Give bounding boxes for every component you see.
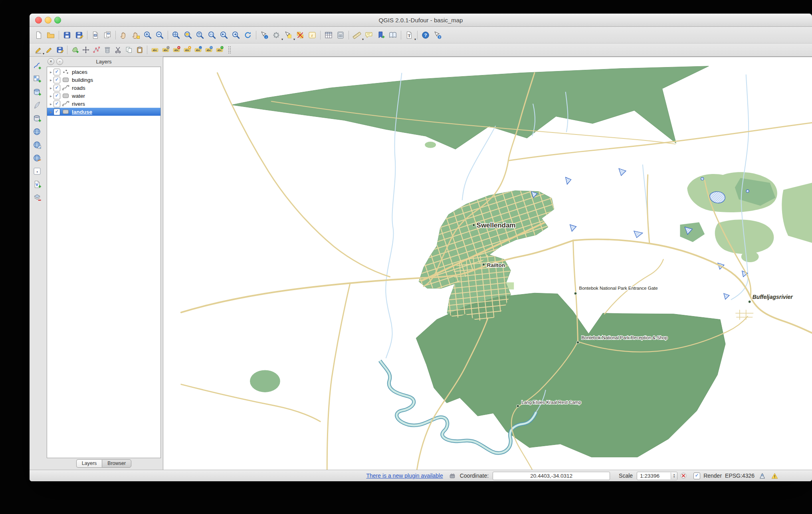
node-tool-button[interactable] xyxy=(91,45,102,55)
select-features-button[interactable]: ▾ xyxy=(282,29,294,41)
zoom-actual-size-button[interactable]: 1:1 xyxy=(206,29,218,41)
svg-text:abc: abc xyxy=(185,49,189,51)
tab-layers[interactable]: Layers xyxy=(76,459,102,468)
layer-checkbox[interactable]: ✓ xyxy=(53,93,60,99)
zoom-last-button[interactable] xyxy=(218,29,230,41)
layer-row-water[interactable]: ▸ ✓ water xyxy=(47,92,160,100)
scale-combobox[interactable]: 1:23396 ▴▾ xyxy=(637,472,677,480)
zoom-in-button[interactable] xyxy=(142,29,154,41)
add-delimited-text-layer-button[interactable]: , xyxy=(31,165,43,177)
move-feature-button[interactable] xyxy=(80,45,91,55)
coordinate-input[interactable]: 20.4403,-34.0312 xyxy=(493,472,610,480)
layer-checkbox[interactable]: ✓ xyxy=(53,101,60,107)
cut-features-button[interactable] xyxy=(113,45,123,55)
save-project-button[interactable] xyxy=(61,29,73,41)
stop-rendering-icon[interactable] xyxy=(680,472,687,479)
new-shapefile-layer-button[interactable] xyxy=(31,178,43,190)
save-project-as-button[interactable] xyxy=(73,29,85,41)
labeling-button[interactable]: abc xyxy=(149,45,160,55)
zoom-next-button[interactable] xyxy=(230,29,242,41)
deselect-features-button[interactable] xyxy=(294,29,306,41)
add-wcs-layer-button[interactable] xyxy=(31,139,43,150)
refresh-map-button[interactable] xyxy=(242,29,254,41)
add-vector-layer-button[interactable] xyxy=(31,60,43,71)
add-spatialite-layer-button[interactable] xyxy=(31,99,43,111)
layer-row-rivers[interactable]: ▸ ✓ rivers xyxy=(47,100,160,108)
layer-row-landuse[interactable]: ▸ ✓ landuse xyxy=(47,108,160,116)
layers-panel-header[interactable]: ✕ ▫ Layers xyxy=(45,57,163,67)
render-checkbox[interactable]: ✓ xyxy=(693,472,700,479)
dropdown-arrow-icon[interactable]: ▾ xyxy=(414,38,416,41)
layer-row-roads[interactable]: ▸ ✓ roads xyxy=(47,84,160,92)
expand-arrow-icon[interactable]: ▸ xyxy=(48,110,53,114)
new-plugin-link[interactable]: There is a new plugin available xyxy=(366,472,443,479)
layer-checkbox[interactable]: ✓ xyxy=(53,109,60,115)
layer-checkbox[interactable]: ✓ xyxy=(53,69,60,75)
add-feature-button[interactable] xyxy=(69,45,80,55)
crs-status-button[interactable] xyxy=(759,472,766,480)
new-print-composer-icon xyxy=(91,31,100,40)
layer-checkbox[interactable]: ✓ xyxy=(53,77,60,83)
layer-row-places[interactable]: ▸ ✓ places xyxy=(47,68,160,76)
change-label-properties-button[interactable]: abc✎ xyxy=(214,45,225,55)
current-edits-button[interactable]: ▾ xyxy=(33,45,44,55)
layer-checkbox[interactable]: ✓ xyxy=(53,85,60,91)
save-layer-edits-button[interactable] xyxy=(54,45,65,55)
select-by-expression-button[interactable]: ε xyxy=(306,29,318,41)
zoom-to-selection-button[interactable] xyxy=(182,29,194,41)
change-label-button[interactable]: abc✎ xyxy=(160,45,171,55)
zoom-full-button[interactable] xyxy=(170,29,182,41)
paste-features-button[interactable] xyxy=(134,45,145,55)
panel-float-button[interactable]: ▫ xyxy=(56,58,63,65)
tab-browser[interactable]: Browser xyxy=(102,459,131,468)
delete-selected-button[interactable] xyxy=(102,45,113,55)
remove-layer-button[interactable] xyxy=(31,192,43,203)
expand-arrow-icon[interactable]: ▸ xyxy=(48,86,53,90)
measure-button[interactable]: ▾ xyxy=(351,29,363,41)
panel-close-button[interactable]: ✕ xyxy=(48,58,54,65)
expand-arrow-icon[interactable]: ▸ xyxy=(48,94,53,98)
show-bookmarks-button[interactable] xyxy=(387,29,399,41)
identify-features-button[interactable]: i xyxy=(258,29,270,41)
expand-arrow-icon[interactable]: ▸ xyxy=(48,70,53,74)
highlight-labels-button[interactable]: abc★ xyxy=(182,45,192,55)
new-bookmark-button[interactable] xyxy=(375,29,387,41)
minimize-button[interactable] xyxy=(45,17,51,24)
add-mssql-layer-button[interactable] xyxy=(31,113,43,124)
new-project-button[interactable] xyxy=(33,29,45,41)
expand-arrow-icon[interactable]: ▸ xyxy=(48,102,53,106)
open-project-button[interactable] xyxy=(45,29,57,41)
text-annotation-button[interactable]: T▾ xyxy=(403,29,415,41)
log-messages-button[interactable] xyxy=(771,472,778,480)
expand-arrow-icon[interactable]: ▸ xyxy=(48,78,53,82)
add-raster-layer-button[interactable] xyxy=(31,73,43,85)
pan-to-selection-button[interactable] xyxy=(130,29,142,41)
layer-tree[interactable]: ▸ ✓ places ▸ ✓ buildings ▸ ✓ roads xyxy=(47,67,161,458)
close-button[interactable] xyxy=(35,17,42,24)
layer-row-buildings[interactable]: ▸ ✓ buildings xyxy=(47,76,160,84)
add-wfs-layer-button[interactable] xyxy=(31,152,43,164)
toolbar-grip[interactable] xyxy=(228,46,231,54)
open-attribute-table-button[interactable] xyxy=(323,29,335,41)
rotate-label-button[interactable]: abc↻ xyxy=(203,45,214,55)
add-postgis-layer-button[interactable] xyxy=(31,86,43,98)
composer-manager-button[interactable] xyxy=(101,29,113,41)
move-label-button[interactable]: abc↔ xyxy=(192,45,203,55)
pin-labels-button[interactable]: abc▼ xyxy=(171,45,182,55)
map-canvas[interactable]: SwellendamRailtonBontebok National Park … xyxy=(163,57,812,470)
run-feature-action-button[interactable]: ▾ xyxy=(270,29,282,41)
zoom-out-button[interactable] xyxy=(154,29,166,41)
title-bar[interactable]: QGIS 2.0.1-Dufour - basic_map xyxy=(30,14,812,27)
map-tips-button[interactable] xyxy=(363,29,375,41)
pan-map-button[interactable] xyxy=(118,29,130,41)
add-wms-layer-button[interactable] xyxy=(31,126,43,137)
new-print-composer-button[interactable] xyxy=(89,29,101,41)
spinner-arrows-icon[interactable]: ▴▾ xyxy=(671,472,677,479)
field-calculator-button[interactable] xyxy=(335,29,347,41)
help-contents-button[interactable]: ? xyxy=(420,29,432,41)
zoom-to-layer-button[interactable] xyxy=(194,29,206,41)
zoom-window-button[interactable] xyxy=(54,17,61,24)
toggle-editing-button[interactable] xyxy=(44,45,54,55)
copy-features-button[interactable] xyxy=(123,45,134,55)
whats-this-button[interactable]: ? xyxy=(432,29,444,41)
